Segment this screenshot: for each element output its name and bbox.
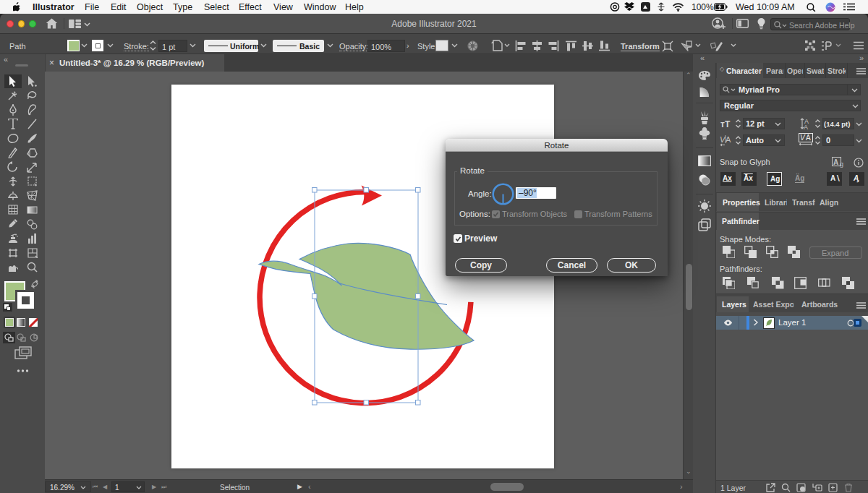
- svg-text:A: A: [833, 158, 838, 166]
- svg-text:A: A: [806, 134, 811, 142]
- svg-text:g: g: [840, 160, 843, 168]
- svg-text:A: A: [804, 124, 808, 130]
- svg-text:V: V: [800, 134, 806, 142]
- svg-text:A: A: [726, 135, 731, 144]
